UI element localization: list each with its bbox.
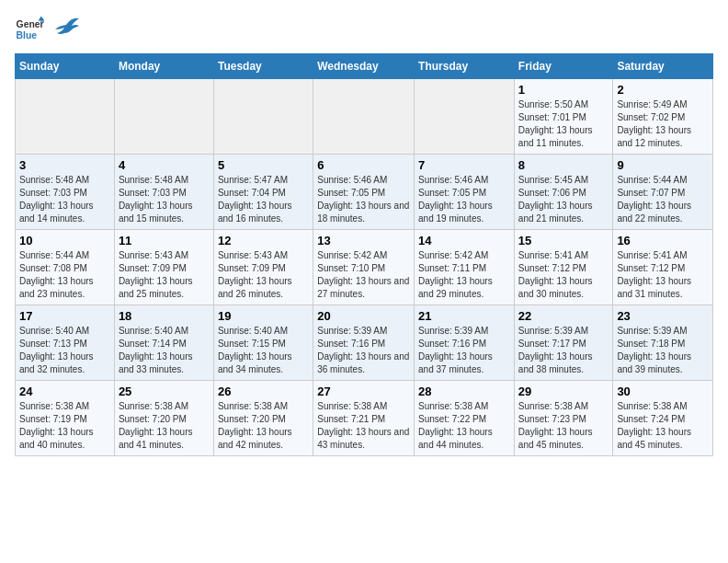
day-number: 25 bbox=[119, 385, 210, 398]
day-info: Sunrise: 5:44 AM Sunset: 7:08 PM Dayligh… bbox=[19, 249, 110, 301]
day-number: 5 bbox=[218, 158, 309, 172]
calendar-cell: 9Sunrise: 5:44 AM Sunset: 7:07 PM Daylig… bbox=[613, 155, 713, 230]
day-number: 3 bbox=[19, 158, 110, 172]
day-number: 6 bbox=[317, 158, 410, 172]
day-number: 10 bbox=[19, 234, 110, 247]
calendar-cell: 5Sunrise: 5:47 AM Sunset: 7:04 PM Daylig… bbox=[213, 155, 313, 230]
column-header-sunday: Sunday bbox=[16, 54, 115, 79]
calendar-cell: 25Sunrise: 5:38 AM Sunset: 7:20 PM Dayli… bbox=[114, 381, 213, 456]
day-number: 1 bbox=[518, 83, 609, 97]
calendar-cell: 2Sunrise: 5:49 AM Sunset: 7:02 PM Daylig… bbox=[613, 79, 713, 155]
day-info: Sunrise: 5:43 AM Sunset: 7:09 PM Dayligh… bbox=[119, 249, 210, 301]
calendar-week-row: 17Sunrise: 5:40 AM Sunset: 7:13 PM Dayli… bbox=[16, 305, 713, 381]
day-info: Sunrise: 5:46 AM Sunset: 7:05 PM Dayligh… bbox=[418, 174, 510, 225]
calendar-cell: 17Sunrise: 5:40 AM Sunset: 7:13 PM Dayli… bbox=[16, 305, 115, 381]
day-number: 12 bbox=[218, 234, 309, 247]
day-info: Sunrise: 5:40 AM Sunset: 7:15 PM Dayligh… bbox=[218, 325, 309, 376]
day-number: 17 bbox=[19, 309, 110, 323]
calendar-header-row: SundayMondayTuesdayWednesdayThursdayFrid… bbox=[16, 54, 713, 79]
calendar-cell: 18Sunrise: 5:40 AM Sunset: 7:14 PM Dayli… bbox=[114, 305, 213, 381]
day-info: Sunrise: 5:40 AM Sunset: 7:14 PM Dayligh… bbox=[119, 325, 210, 376]
day-info: Sunrise: 5:38 AM Sunset: 7:23 PM Dayligh… bbox=[518, 400, 609, 452]
day-number: 13 bbox=[317, 234, 410, 247]
page-header: General Blue bbox=[15, 15, 713, 44]
calendar-cell: 10Sunrise: 5:44 AM Sunset: 7:08 PM Dayli… bbox=[16, 230, 115, 305]
calendar-week-row: 3Sunrise: 5:48 AM Sunset: 7:03 PM Daylig… bbox=[16, 155, 713, 230]
logo: General Blue bbox=[15, 15, 79, 44]
calendar-cell: 8Sunrise: 5:45 AM Sunset: 7:06 PM Daylig… bbox=[514, 155, 613, 230]
column-header-thursday: Thursday bbox=[415, 54, 515, 79]
calendar-cell: 11Sunrise: 5:43 AM Sunset: 7:09 PM Dayli… bbox=[114, 230, 213, 305]
column-header-monday: Monday bbox=[114, 54, 213, 79]
day-info: Sunrise: 5:45 AM Sunset: 7:06 PM Dayligh… bbox=[518, 174, 609, 225]
day-info: Sunrise: 5:50 AM Sunset: 7:01 PM Dayligh… bbox=[518, 98, 609, 150]
calendar-cell bbox=[313, 79, 415, 155]
calendar-cell bbox=[16, 79, 115, 155]
calendar-cell: 14Sunrise: 5:42 AM Sunset: 7:11 PM Dayli… bbox=[415, 230, 515, 305]
calendar-week-row: 10Sunrise: 5:44 AM Sunset: 7:08 PM Dayli… bbox=[16, 230, 713, 305]
calendar-cell: 3Sunrise: 5:48 AM Sunset: 7:03 PM Daylig… bbox=[16, 155, 115, 230]
day-number: 16 bbox=[617, 234, 709, 247]
day-number: 4 bbox=[119, 158, 210, 172]
calendar-cell: 28Sunrise: 5:38 AM Sunset: 7:22 PM Dayli… bbox=[415, 381, 515, 456]
day-info: Sunrise: 5:39 AM Sunset: 7:17 PM Dayligh… bbox=[518, 325, 609, 376]
calendar-cell: 23Sunrise: 5:39 AM Sunset: 7:18 PM Dayli… bbox=[613, 305, 713, 381]
day-number: 9 bbox=[617, 158, 709, 172]
calendar-cell: 12Sunrise: 5:43 AM Sunset: 7:09 PM Dayli… bbox=[213, 230, 313, 305]
calendar-cell: 19Sunrise: 5:40 AM Sunset: 7:15 PM Dayli… bbox=[213, 305, 313, 381]
day-number: 18 bbox=[119, 309, 210, 323]
calendar-cell: 7Sunrise: 5:46 AM Sunset: 7:05 PM Daylig… bbox=[415, 155, 515, 230]
day-info: Sunrise: 5:46 AM Sunset: 7:05 PM Dayligh… bbox=[317, 174, 410, 225]
day-number: 19 bbox=[218, 309, 309, 323]
calendar-cell: 4Sunrise: 5:48 AM Sunset: 7:03 PM Daylig… bbox=[114, 155, 213, 230]
day-info: Sunrise: 5:39 AM Sunset: 7:16 PM Dayligh… bbox=[317, 325, 410, 376]
svg-text:General: General bbox=[17, 19, 44, 29]
calendar-cell: 27Sunrise: 5:38 AM Sunset: 7:21 PM Dayli… bbox=[313, 381, 415, 456]
day-number: 24 bbox=[19, 385, 110, 398]
logo-icon: General Blue bbox=[15, 15, 44, 44]
calendar-cell: 26Sunrise: 5:38 AM Sunset: 7:20 PM Dayli… bbox=[213, 381, 313, 456]
calendar-cell bbox=[114, 79, 213, 155]
calendar-week-row: 1Sunrise: 5:50 AM Sunset: 7:01 PM Daylig… bbox=[16, 79, 713, 155]
calendar-cell: 1Sunrise: 5:50 AM Sunset: 7:01 PM Daylig… bbox=[514, 79, 613, 155]
day-info: Sunrise: 5:38 AM Sunset: 7:20 PM Dayligh… bbox=[119, 400, 210, 452]
day-number: 2 bbox=[617, 83, 709, 97]
logo-bird-icon bbox=[53, 15, 79, 35]
column-header-tuesday: Tuesday bbox=[213, 54, 313, 79]
day-info: Sunrise: 5:38 AM Sunset: 7:24 PM Dayligh… bbox=[617, 400, 709, 452]
calendar-body: 1Sunrise: 5:50 AM Sunset: 7:01 PM Daylig… bbox=[16, 79, 713, 456]
day-number: 14 bbox=[418, 234, 510, 247]
calendar-cell bbox=[415, 79, 515, 155]
day-number: 27 bbox=[317, 385, 410, 398]
calendar-cell: 13Sunrise: 5:42 AM Sunset: 7:10 PM Dayli… bbox=[313, 230, 415, 305]
calendar-cell: 22Sunrise: 5:39 AM Sunset: 7:17 PM Dayli… bbox=[514, 305, 613, 381]
day-info: Sunrise: 5:38 AM Sunset: 7:22 PM Dayligh… bbox=[418, 400, 510, 452]
day-info: Sunrise: 5:39 AM Sunset: 7:16 PM Dayligh… bbox=[418, 325, 510, 376]
day-info: Sunrise: 5:47 AM Sunset: 7:04 PM Dayligh… bbox=[218, 174, 309, 225]
day-number: 30 bbox=[617, 385, 709, 398]
svg-text:Blue: Blue bbox=[17, 30, 38, 40]
day-number: 26 bbox=[218, 385, 309, 398]
day-info: Sunrise: 5:39 AM Sunset: 7:18 PM Dayligh… bbox=[617, 325, 709, 376]
calendar-cell: 29Sunrise: 5:38 AM Sunset: 7:23 PM Dayli… bbox=[514, 381, 613, 456]
calendar-cell: 30Sunrise: 5:38 AM Sunset: 7:24 PM Dayli… bbox=[613, 381, 713, 456]
day-info: Sunrise: 5:38 AM Sunset: 7:19 PM Dayligh… bbox=[19, 400, 110, 452]
day-info: Sunrise: 5:44 AM Sunset: 7:07 PM Dayligh… bbox=[617, 174, 709, 225]
day-number: 8 bbox=[518, 158, 609, 172]
calendar-cell: 15Sunrise: 5:41 AM Sunset: 7:12 PM Dayli… bbox=[514, 230, 613, 305]
day-number: 15 bbox=[518, 234, 609, 247]
day-info: Sunrise: 5:41 AM Sunset: 7:12 PM Dayligh… bbox=[518, 249, 609, 301]
calendar-cell: 6Sunrise: 5:46 AM Sunset: 7:05 PM Daylig… bbox=[313, 155, 415, 230]
calendar-cell: 20Sunrise: 5:39 AM Sunset: 7:16 PM Dayli… bbox=[313, 305, 415, 381]
day-info: Sunrise: 5:48 AM Sunset: 7:03 PM Dayligh… bbox=[119, 174, 210, 225]
day-number: 7 bbox=[418, 158, 510, 172]
calendar-cell: 21Sunrise: 5:39 AM Sunset: 7:16 PM Dayli… bbox=[415, 305, 515, 381]
calendar-week-row: 24Sunrise: 5:38 AM Sunset: 7:19 PM Dayli… bbox=[16, 381, 713, 456]
column-header-wednesday: Wednesday bbox=[313, 54, 415, 79]
day-info: Sunrise: 5:41 AM Sunset: 7:12 PM Dayligh… bbox=[617, 249, 709, 301]
day-number: 21 bbox=[418, 309, 510, 323]
day-info: Sunrise: 5:42 AM Sunset: 7:11 PM Dayligh… bbox=[418, 249, 510, 301]
calendar-cell: 24Sunrise: 5:38 AM Sunset: 7:19 PM Dayli… bbox=[16, 381, 115, 456]
calendar-table: SundayMondayTuesdayWednesdayThursdayFrid… bbox=[15, 53, 713, 456]
day-info: Sunrise: 5:38 AM Sunset: 7:21 PM Dayligh… bbox=[317, 400, 410, 452]
